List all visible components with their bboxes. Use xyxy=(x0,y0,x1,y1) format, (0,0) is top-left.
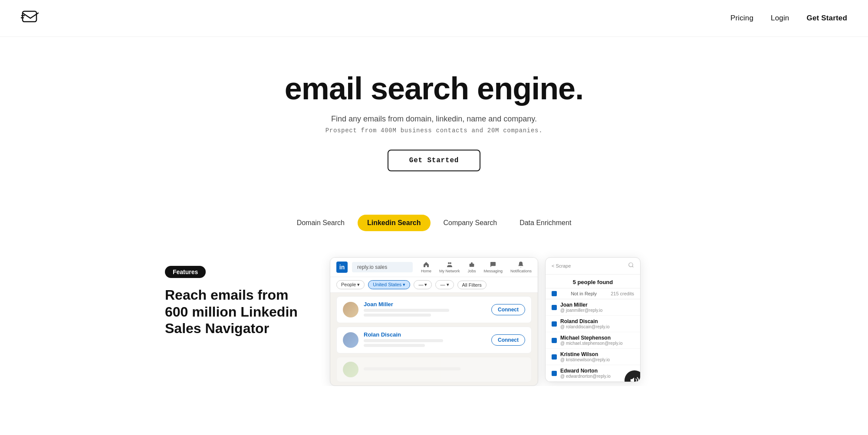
linkedin-logo-icon: in xyxy=(336,262,348,273)
logo[interactable] xyxy=(21,8,40,29)
scrape-person-row-3: Michael Stephenson @ michael.stephenson@… xyxy=(546,332,640,349)
linkedin-filter-people: People ▾ xyxy=(336,280,365,289)
scrape-not-in-reply: Not in Reply 215 credits xyxy=(546,288,640,299)
svg-point-4 xyxy=(450,262,451,264)
features-section: Features Reach emails from 600 million L… xyxy=(130,240,738,386)
scrape-person-checkbox-2[interactable] xyxy=(552,321,557,327)
scrape-person-info-5: Edward Norton @ edwardnorton@reply.io xyxy=(560,368,611,379)
scrape-not-in-reply-label: Not in Reply xyxy=(571,291,597,296)
linkedin-jobs-icon: Jobs xyxy=(467,261,476,273)
screenshot-area: in reply.io sales Home My Network Jobs xyxy=(330,257,703,386)
linkedin-filter-all: All Filters xyxy=(457,281,487,289)
linkedin-mockup: in reply.io sales Home My Network Jobs xyxy=(330,257,538,386)
tab-company-search[interactable]: Company Search xyxy=(434,215,507,231)
features-heading: Reach emails from 600 million Linkedin S… xyxy=(165,287,304,337)
scrape-person-row-2: Roland Discain @ rolanddiscain@reply.io xyxy=(546,316,640,332)
scrape-panel: < Scrape 5 people found Not in Reply 215… xyxy=(545,257,641,382)
hero-cta-button[interactable]: Get Started xyxy=(388,150,480,171)
linkedin-filter-us: United States ▾ xyxy=(368,280,410,289)
linkedin-topbar: in reply.io sales Home My Network Jobs xyxy=(330,258,538,277)
svg-point-3 xyxy=(448,262,450,264)
scrape-panel-header: < Scrape xyxy=(546,258,640,275)
svg-rect-0 xyxy=(23,11,36,22)
nav-login[interactable]: Login xyxy=(771,14,789,22)
tab-linkedin-search[interactable]: Linkedin Search xyxy=(358,215,431,231)
linkedin-filter-blank2: — ▾ xyxy=(435,280,454,289)
tab-data-enrichment[interactable]: Data Enrichment xyxy=(510,215,581,231)
linkedin-notifications-icon: Notifications xyxy=(510,261,532,273)
scrape-person-info-2: Roland Discain @ rolanddiscain@reply.io xyxy=(560,318,610,329)
hero-title: email search engine. xyxy=(9,72,859,106)
scrape-person-checkbox-3[interactable] xyxy=(552,338,557,343)
logo-icon xyxy=(21,8,40,29)
scrape-person-checkbox-5[interactable] xyxy=(552,371,557,376)
linkedin-network-icon: My Network xyxy=(439,261,460,273)
linkedin-connect-btn-1[interactable]: Connect xyxy=(491,304,525,315)
scrape-back-label: < Scrape xyxy=(552,263,571,268)
hero-section: email search engine. Find any emails fro… xyxy=(0,37,868,197)
linkedin-avatar-3 xyxy=(343,362,358,377)
svg-line-7 xyxy=(632,266,634,268)
nav-get-started[interactable]: Get Started xyxy=(806,14,847,22)
linkedin-avatar-2 xyxy=(343,332,358,348)
scrape-person-row-4: Kristine Wilson @ kristinewilson@reply.i… xyxy=(546,349,640,365)
scrape-person-info-3: Michael Stephenson @ michael.stephenson@… xyxy=(560,335,623,346)
hero-subtext: Prospect from 400M business contacts and… xyxy=(9,127,859,134)
hero-subtitle: Find any emails from domain, linkedin, n… xyxy=(9,114,859,124)
linkedin-nav-icons: Home My Network Jobs Messaging xyxy=(421,261,532,273)
linkedin-filters: People ▾ United States ▾ — ▾ — ▾ All Fil… xyxy=(330,277,538,293)
scrape-checkbox[interactable] xyxy=(552,291,557,296)
linkedin-person-row: Joan Miller Connect xyxy=(336,296,532,323)
scrape-person-checkbox-4[interactable] xyxy=(552,354,557,360)
linkedin-filter-blank: — ▾ xyxy=(414,280,432,289)
linkedin-person-info-3 xyxy=(364,367,525,372)
scrape-found-label: 5 people found xyxy=(546,275,640,288)
features-badge: Features xyxy=(165,266,206,278)
svg-rect-5 xyxy=(470,264,474,267)
linkedin-person-name-1: Joan Miller xyxy=(364,301,486,307)
scrape-person-row-1: Joan Miller @ joanmiller@reply.io xyxy=(546,299,640,316)
nav-links: Pricing Login Get Started xyxy=(730,14,847,23)
linkedin-person-row-2: Rolan Discain Connect xyxy=(336,327,532,353)
svg-point-6 xyxy=(629,263,633,267)
tab-domain-search[interactable]: Domain Search xyxy=(287,215,354,231)
linkedin-person-row-3 xyxy=(336,357,532,382)
features-text: Features Reach emails from 600 million L… xyxy=(165,257,304,337)
linkedin-avatar-1 xyxy=(343,302,358,317)
linkedin-person-info-1: Joan Miller xyxy=(364,301,486,318)
scrape-credits: 215 credits xyxy=(611,291,634,296)
linkedin-person-name-2: Rolan Discain xyxy=(364,331,486,338)
linkedin-search-bar: reply.io sales xyxy=(352,262,413,272)
linkedin-connect-btn-2[interactable]: Connect xyxy=(491,334,525,346)
scrape-person-info-4: Kristine Wilson @ kristinewilson@reply.i… xyxy=(560,351,610,362)
scrape-search-icon xyxy=(628,262,634,270)
svg-marker-8 xyxy=(631,378,634,382)
tabs-section: Domain Search Linkedin Search Company Se… xyxy=(0,197,868,240)
linkedin-person-info-2: Rolan Discain xyxy=(364,331,486,349)
scrape-person-checkbox-1[interactable] xyxy=(552,305,557,310)
navbar: Pricing Login Get Started xyxy=(0,0,868,37)
nav-pricing[interactable]: Pricing xyxy=(730,14,753,22)
linkedin-messaging-icon: Messaging xyxy=(483,261,503,273)
linkedin-home-icon: Home xyxy=(421,261,431,273)
scrape-person-info-1: Joan Miller @ joanmiller@reply.io xyxy=(560,302,602,313)
